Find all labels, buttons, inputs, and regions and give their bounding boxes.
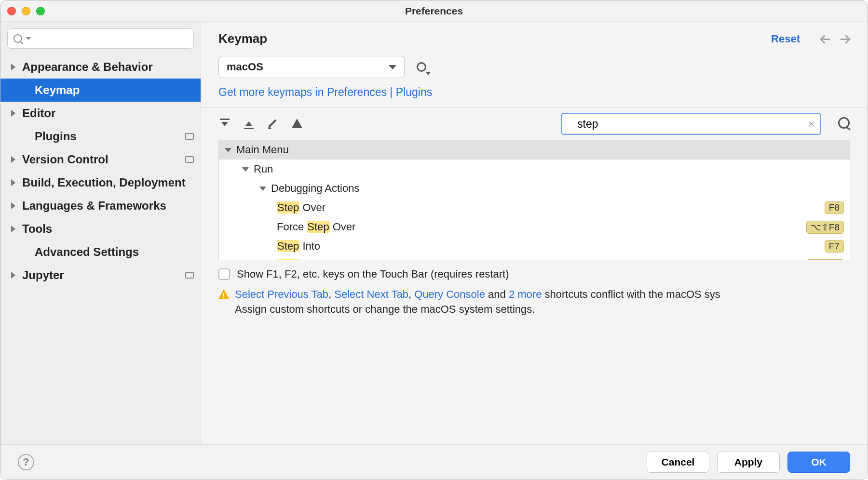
preferences-window: Preferences Appearance & BehaviorKeymapE… [0,0,868,480]
find-by-shortcut-icon[interactable] [837,117,850,131]
tree-row[interactable]: Run [219,160,850,179]
project-level-icon [185,272,194,279]
tree-row[interactable]: Step Into My Code⌥⇧F7 [219,256,850,260]
sidebar-item-label: Appearance & Behavior [22,60,194,74]
sidebar: Appearance & BehaviorKeymapEditorPlugins… [0,22,201,444]
page-title: Keymap [218,31,771,46]
scheme-value: macOS [227,61,389,73]
conflict-text: Select Previous Tab, Select Next Tab, Qu… [235,287,720,317]
chevron-down-icon [26,37,31,40]
keymap-scheme-select[interactable]: macOS [218,56,405,78]
warning-icon [218,289,229,299]
sidebar-item-label: Editor [22,107,194,120]
tree-row[interactable]: Debugging Actions [219,179,850,198]
sidebar-item-version-control[interactable]: Version Control [0,148,201,171]
touchbar-checkbox[interactable] [218,268,230,280]
sidebar-search-input[interactable] [35,33,188,44]
tree-toolbar: × [201,108,868,140]
sidebar-item-languages-frameworks[interactable]: Languages & Frameworks [0,194,201,217]
apply-button[interactable]: Apply [717,452,780,473]
shortcut-badge: ⌥⇧F8 [806,221,844,234]
collapse-all-icon[interactable] [243,118,255,130]
search-icon [14,34,22,43]
conflict-link[interactable]: Query Console [414,288,485,300]
sidebar-search[interactable] [7,28,194,49]
sidebar-item-appearance-behavior[interactable]: Appearance & Behavior [0,55,201,79]
tree-row[interactable]: Step IntoF7 [219,237,850,256]
conflict-banner: Select Previous Tab, Select Next Tab, Qu… [201,282,868,325]
chevron-right-icon [11,64,15,70]
project-level-icon [185,156,194,163]
sidebar-item-label: Version Control [22,153,178,166]
action-search-input[interactable] [577,118,803,131]
sidebar-item-build-execution-deployment[interactable]: Build, Execution, Deployment [0,171,201,194]
main-panel: Keymap Reset macOS Get more keymaps in P… [201,22,868,444]
clear-icon[interactable]: × [808,118,814,130]
shortcut-badge: F8 [825,201,844,214]
cancel-button[interactable]: Cancel [647,452,709,473]
chevron-right-icon [11,156,15,163]
footer: ? Cancel Apply OK [0,444,868,480]
conflict-link[interactable]: Select Previous Tab [235,288,328,300]
sidebar-item-advanced-settings[interactable]: Advanced Settings [0,240,201,264]
sidebar-item-jupyter[interactable]: Jupyter [0,264,201,287]
chevron-right-icon [11,110,15,117]
touchbar-label: Show F1, F2, etc. keys on the Touch Bar … [237,268,509,280]
sidebar-item-editor[interactable]: Editor [0,102,201,125]
project-level-icon [185,133,194,140]
window-title: Preferences [0,5,868,17]
chevron-right-icon [11,272,15,279]
chevron-right-icon [11,202,15,209]
sidebar-nav: Appearance & BehaviorKeymapEditorPlugins… [0,55,201,444]
tree-row[interactable]: Force Step Over⌥⇧F8 [219,217,850,237]
sidebar-item-tools[interactable]: Tools [0,217,201,240]
ok-button[interactable]: OK [787,452,850,473]
action-label: Step Over [277,201,825,214]
sidebar-item-keymap[interactable]: Keymap [0,79,201,102]
tree-row[interactable]: Step OverF8 [219,198,850,217]
sidebar-item-label: Jupyter [22,268,178,282]
action-label: Run [254,163,844,175]
sidebar-item-label: Keymap [35,83,194,97]
action-label: Debugging Actions [271,182,844,195]
sidebar-item-label: Languages & Frameworks [22,199,194,213]
sidebar-item-label: Tools [22,222,194,236]
gear-icon[interactable] [415,61,428,73]
chevron-down-icon [242,167,249,172]
conflict-link[interactable]: 2 more [509,288,542,300]
chevron-down-icon [259,187,266,191]
sidebar-item-label: Advanced Settings [35,245,194,259]
sidebar-item-label: Plugins [35,130,178,143]
edit-shortcut-icon[interactable] [267,118,279,130]
chevron-right-icon [11,179,15,186]
shortcut-badge: F7 [825,240,844,253]
reset-link[interactable]: Reset [771,33,800,45]
more-keymaps-link[interactable]: Get more keymaps in Preferences | Plugin… [201,78,868,107]
actions-tree[interactable]: Main MenuRunDebugging ActionsStep OverF8… [218,140,850,260]
chevron-down-icon [225,148,231,152]
conflict-link[interactable]: Select Next Tab [334,288,408,300]
history-forward-icon[interactable] [840,34,850,44]
help-icon[interactable]: ? [18,454,34,470]
sidebar-item-label: Build, Execution, Deployment [22,176,194,189]
tree-row[interactable]: Main Menu [219,140,850,160]
action-label: Main Menu [236,144,844,156]
titlebar: Preferences [0,0,868,22]
action-label: Force Step Over [277,221,806,233]
action-search[interactable]: × [561,113,821,135]
history-back-icon[interactable] [820,34,831,44]
action-label: Step Into [277,240,825,253]
expand-all-icon[interactable] [218,118,231,130]
sidebar-item-plugins[interactable]: Plugins [0,125,201,148]
chevron-right-icon [11,226,15,232]
show-conflicts-icon[interactable] [291,118,303,130]
chevron-down-icon [389,65,396,69]
